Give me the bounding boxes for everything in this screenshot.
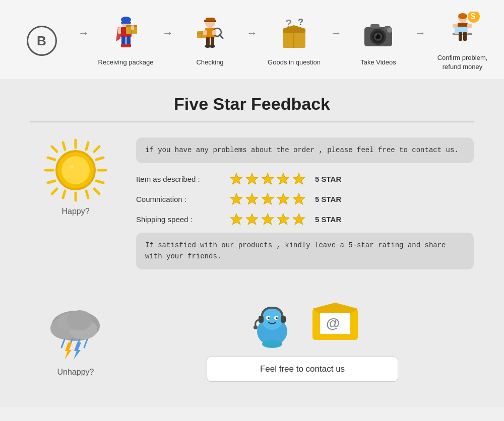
svg-line-23	[220, 35, 223, 38]
process-step-confirm: $ Confirm problem,refund money	[426, 10, 499, 72]
svg-line-65	[86, 143, 88, 150]
happy-section: Happy?	[30, 137, 121, 216]
rain-cloud-icon	[40, 298, 111, 364]
svg-line-95	[61, 339, 65, 347]
svg-rect-107	[259, 316, 264, 323]
svg-line-64	[63, 143, 65, 150]
arrow-2: →	[162, 27, 173, 40]
goods-label: Goods in question	[268, 58, 321, 67]
feedback-title: Five Star Feedback	[20, 94, 484, 114]
checking-icon	[190, 15, 230, 55]
svg-point-94	[67, 310, 92, 330]
svg-marker-84	[293, 193, 305, 204]
svg-rect-55	[463, 32, 467, 41]
svg-line-67	[48, 181, 55, 183]
svg-rect-8	[118, 27, 121, 34]
svg-line-60	[52, 147, 57, 152]
superhero-icon	[106, 15, 146, 55]
svg-line-98	[84, 339, 87, 347]
svg-text:?: ?	[298, 17, 303, 27]
shipping-stars	[229, 213, 306, 227]
svg-point-43	[387, 28, 392, 33]
svg-line-63	[52, 189, 57, 194]
svg-marker-85	[230, 214, 242, 225]
svg-rect-41	[370, 24, 380, 28]
take-videos-label: Take Videos	[360, 58, 396, 67]
receiving-label: Receiving package	[98, 58, 154, 67]
rating-row-shipping: Shipping speed : 5 STAR	[136, 213, 474, 227]
svg-line-66	[48, 158, 55, 160]
svg-marker-100	[74, 342, 81, 360]
feedback-right: if you have any problems about the order…	[136, 137, 474, 278]
svg-rect-26	[211, 37, 214, 46]
svg-marker-81	[246, 193, 258, 204]
svg-marker-87	[262, 214, 274, 225]
svg-point-105	[268, 317, 270, 319]
arrow-1: →	[78, 27, 89, 40]
svg-rect-53	[467, 24, 472, 28]
shipping-count: 5 STAR	[315, 215, 341, 224]
svg-rect-2	[121, 22, 131, 24]
goods-question-icon: ? ?	[274, 15, 314, 55]
svg-line-71	[86, 191, 88, 198]
svg-rect-108	[281, 316, 286, 323]
unhappy-section: Unhappy?	[20, 278, 484, 392]
svg-point-110	[262, 340, 282, 348]
svg-marker-76	[246, 173, 258, 184]
communication-label: Coumnication :	[136, 195, 224, 203]
headset-character-icon	[244, 294, 300, 349]
item-described-count: 5 STAR	[315, 175, 341, 183]
confirm-label: Confirm problem,refund money	[437, 53, 488, 72]
svg-marker-78	[277, 173, 289, 184]
email-envelope-icon: @	[310, 299, 360, 344]
svg-text:$: $	[471, 12, 475, 21]
svg-line-68	[96, 158, 103, 160]
unhappy-left: Unhappy?	[30, 298, 121, 377]
rating-row-communication: Coumnication : 5 STAR	[136, 192, 474, 206]
svg-marker-77	[262, 173, 274, 184]
svg-rect-16	[206, 18, 215, 21]
process-step-checking: Checking	[173, 15, 246, 67]
communication-count: 5 STAR	[315, 195, 341, 203]
sun-icon	[43, 137, 108, 203]
svg-line-61	[94, 189, 99, 194]
svg-point-45	[458, 13, 467, 19]
communication-stars	[229, 192, 306, 206]
svg-rect-21	[203, 30, 207, 35]
feedback-section: Five Star Feedback	[0, 79, 504, 406]
svg-line-70	[63, 191, 65, 198]
checking-label: Checking	[196, 58, 223, 67]
b-letter: B	[37, 33, 46, 49]
satisfied-message: If satisfied with our products , kindly …	[136, 233, 474, 269]
feedback-content: Happy? if you have any problems about th…	[20, 137, 484, 278]
svg-marker-79	[293, 173, 305, 184]
svg-text:@: @	[326, 315, 340, 331]
arrow-5: →	[415, 27, 426, 40]
svg-rect-52	[453, 24, 458, 28]
item-described-stars	[229, 172, 306, 186]
contact-button[interactable]: Feel free to contact us	[207, 357, 398, 382]
svg-marker-83	[277, 193, 289, 204]
svg-point-74	[70, 165, 74, 169]
svg-point-73	[61, 156, 90, 184]
confirm-icon: $	[443, 10, 483, 50]
svg-marker-82	[262, 193, 274, 204]
unhappy-label: Unhappy?	[57, 368, 94, 377]
svg-marker-89	[293, 214, 305, 225]
process-step-goods: ? ? Goods in question	[258, 15, 331, 67]
svg-point-109	[254, 325, 258, 329]
shipping-label: Shipping speed :	[136, 215, 224, 224]
svg-marker-88	[277, 214, 289, 225]
svg-point-40	[375, 34, 377, 36]
svg-marker-75	[230, 173, 242, 184]
process-section: B →	[0, 0, 504, 79]
svg-marker-80	[230, 193, 242, 204]
b-circle-icon: B	[22, 21, 62, 61]
contact-message: if you have any problems about the order…	[136, 137, 474, 163]
camera-icon	[358, 15, 399, 55]
arrow-4: →	[331, 27, 342, 40]
arrow-3: →	[246, 27, 258, 40]
contact-icons: @	[244, 294, 360, 349]
svg-rect-24	[212, 30, 216, 35]
svg-marker-86	[246, 214, 258, 225]
